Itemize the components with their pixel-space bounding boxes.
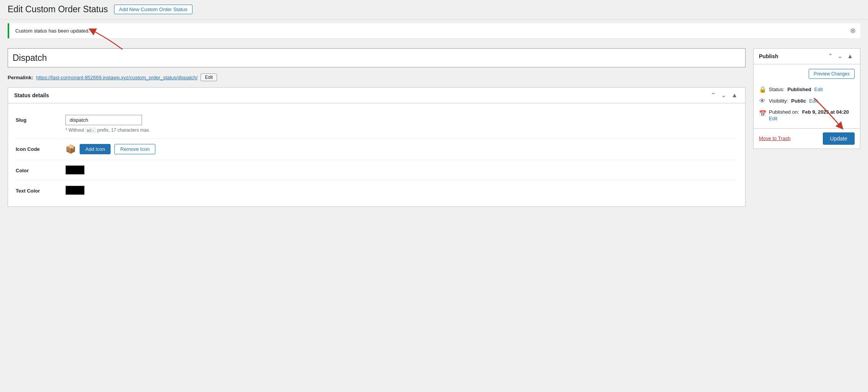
publish-box: Publish ⌃ ⌄ ▲ Preview Changes 🔒 Status: … [753,48,860,149]
published-date-block: Published on: Feb 9, 2025 at 04:20 Edit [769,109,849,121]
publish-title: Publish [759,53,778,59]
panel-controls: ⌃ ⌄ ▲ [709,91,739,99]
icon-code-label: Icon Code [16,144,58,152]
slug-field-content: * Without wc- prefix, 17 characters max. [65,115,737,133]
page-wrapper: Edit Custom Order Status Add New Custom … [0,0,868,392]
status-edit-link[interactable]: Edit [814,87,823,92]
notice-text: Custom status has been updated. [15,28,90,34]
add-new-button[interactable]: Add New Custom Order Status [114,5,192,14]
content-layout: Permalink: https://fast-cormorant-852669… [0,42,868,213]
permalink-label: Permalink: [8,75,33,80]
publish-header: Publish ⌃ ⌄ ▲ [754,49,860,64]
text-color-row: Text Color [16,180,737,200]
text-color-label: Text Color [16,186,58,194]
page-title: Edit Custom Order Status [8,4,108,15]
published-edit-link[interactable]: Edit [769,116,849,121]
permalink-link[interactable]: https://fast-cormorant-852669.instawp.xy… [36,75,197,80]
slug-help: * Without wc- prefix, 17 characters max. [65,127,737,133]
page-header: Edit Custom Order Status Add New Custom … [0,0,868,20]
update-button[interactable]: Update [823,132,855,145]
visibility-edit-link[interactable]: Edit [809,98,817,104]
panel-collapse-up-button[interactable]: ⌃ [709,91,717,99]
notice-bar: Custom status has been updated. ⊗ [8,23,860,38]
main-column: Permalink: https://fast-cormorant-852669… [8,48,746,207]
publish-toggle-button[interactable]: ▲ [845,52,855,60]
publish-body: Preview Changes 🔒 Status: Published Edit… [754,64,860,128]
preview-changes-button[interactable]: Preview Changes [809,69,855,79]
text-color-field-content [65,186,737,195]
publish-header-controls: ⌃ ⌄ ▲ [826,52,855,60]
publish-status-row: 🔒 Status: Published Edit [759,83,855,95]
icon-code-row: Icon Code 📦 Add Icon Remove Icon [16,139,737,160]
panel-title: Status details [14,92,49,98]
add-icon-button[interactable]: Add Icon [80,144,111,154]
published-label: Published on: [769,109,799,115]
visibility-value: Public [791,98,806,104]
published-date-row: Published on: Feb 9, 2025 at 04:20 [769,109,849,115]
icon-code-content: 📦 Add Icon Remove Icon [65,144,737,154]
panel-body: Slug * Without wc- prefix, 17 characters… [8,103,745,206]
panel-toggle-button[interactable]: ▲ [730,91,739,99]
published-date: Feb 9, 2025 at 04:20 [802,109,849,115]
move-to-trash-button[interactable]: Move to Trash [759,136,790,141]
calendar-icon: 📅 [759,110,766,117]
visibility-icon: 👁 [759,98,766,105]
remove-icon-button[interactable]: Remove Icon [114,144,155,154]
slug-row: Slug * Without wc- prefix, 17 characters… [16,109,737,139]
publish-visibility-row: 👁 Visibility: Public Edit [759,95,855,107]
permalink-edit-button[interactable]: Edit [201,74,217,81]
panel-header: Status details ⌃ ⌄ ▲ [8,88,745,103]
text-color-swatch[interactable] [65,186,85,195]
permalink-row: Permalink: https://fast-cormorant-852669… [8,74,746,81]
publish-date-row: 📅 Published on: Feb 9, 2025 at 04:20 Edi… [759,107,855,124]
icon-row-content: 📦 Add Icon Remove Icon [65,144,737,154]
status-details-panel: Status details ⌃ ⌄ ▲ Slug * Wi [8,87,746,207]
color-label: Color [16,165,58,173]
slug-label: Slug [16,115,58,123]
sidebar-column: Publish ⌃ ⌄ ▲ Preview Changes 🔒 Status: … [753,48,860,149]
panel-collapse-down-button[interactable]: ⌄ [720,91,728,99]
status-value: Published [787,87,811,92]
color-swatch[interactable] [65,165,85,175]
publish-collapse-down-button[interactable]: ⌄ [836,52,844,60]
visibility-label: Visibility: [769,98,788,104]
color-field-content [65,165,737,175]
title-input[interactable] [8,48,746,67]
status-label: Status: [769,87,784,92]
status-icon: 🔒 [759,86,766,93]
notice-dismiss-button[interactable]: ⊗ [850,27,856,34]
icon-preview: 📦 [65,144,76,154]
slug-input[interactable] [65,115,142,125]
publish-footer: Move to Trash Update [754,128,860,149]
notice-area: Custom status has been updated. ⊗ [0,20,868,42]
publish-collapse-up-button[interactable]: ⌃ [826,52,834,60]
color-row: Color [16,160,737,180]
